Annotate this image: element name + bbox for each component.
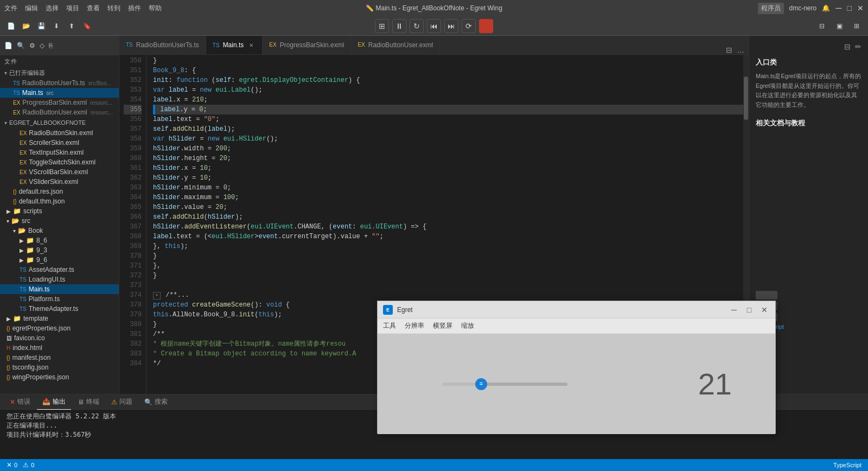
tree-item-6[interactable]: {}default.res.json [0,187,119,196]
search-icon: 🔍 [144,398,152,406]
menu-goto[interactable]: 转到 [107,4,120,13]
statusbar-language[interactable]: TypeScript [833,462,861,468]
titlebar-menus: 文件 编辑 选择 项目 查看 转到 插件 帮助 [4,4,162,13]
tab-progressbarskin[interactable]: EX ProgressBarSkin.exml [263,36,351,54]
open-file-item-3[interactable]: EX ProgressBarSkin.exml resourc... [0,98,119,107]
tree-item-5[interactable]: EXVSliderSkin.exml [0,177,119,187]
close-btn[interactable]: ✕ [857,4,864,12]
tree-96[interactable]: ▶📁9_6 [0,255,119,265]
code-line: } [153,271,743,281]
save-all-btn[interactable]: 💾 [35,20,48,33]
bottom-tab-terminal[interactable]: 🖥 终端 [72,394,105,410]
grid-btn[interactable]: ⊞ [375,19,389,33]
tab-maints-close[interactable]: ✕ [247,41,256,49]
tree-tsconfig[interactable]: {}tsconfig.json [0,362,119,372]
tree-wingprops[interactable]: {}wingProperties.json [0,372,119,382]
tree-src[interactable]: ▾📂src [0,216,119,226]
egret-popup-titlebar: E Egret ─ □ ✕ [378,301,775,319]
menu-select[interactable]: 选择 [46,4,59,13]
menu-view[interactable]: 查看 [87,4,100,13]
sidebar-diamond-icon[interactable]: ◇ [40,42,44,49]
tree-item-0[interactable]: EXRadioButtonSkin.exml [0,128,119,138]
open-file-item-1[interactable]: TS RadioButtonUserTs.ts src/Boo... [0,78,119,88]
menu-help[interactable]: 帮助 [149,4,162,13]
statusbar-errors[interactable]: ✕ 0 ⚠ 0 [7,461,34,469]
menu-project[interactable]: 项目 [66,4,79,13]
tab-radiobuttonuserets[interactable]: TS RadioButtonUserTs.ts [119,36,206,54]
bottom-tab-errors[interactable]: ✕ 错误 [4,394,36,410]
tree-themeadapter[interactable]: TSThemeAdapter.ts [0,304,119,314]
stop-btn[interactable]: ■ [479,19,493,33]
tree-item-3[interactable]: EXToggleSwitchSkin.exml [0,157,119,167]
right-panel-item1[interactable] [756,291,777,300]
egret-menu-resolution[interactable]: 分辨率 [405,321,424,330]
tree-item-4[interactable]: EXVScrollBarSkin.exml [0,167,119,177]
layout-side-btn[interactable]: ▣ [832,19,846,33]
open-editors-label: 已打开编辑器 [9,69,45,77]
project-section-label: EGRET_ALLBOOKOFNOTE [9,119,86,126]
tree-item-1[interactable]: EXScrollerSkin.exml [0,138,119,148]
user-role[interactable]: 程序员 [758,3,784,14]
scrollbar-thumb[interactable] [744,77,748,120]
tab-action-overflow[interactable]: … [737,46,744,54]
layout-split-btn[interactable]: ⊟ [815,19,829,33]
egret-minimize-btn[interactable]: ─ [729,304,739,315]
tree-86[interactable]: ▶📁8_6 [0,236,119,245]
new-file-btn[interactable]: 📄 [4,20,17,33]
sidebar-settings-icon[interactable]: ⚙ [29,42,35,49]
bottom-tab-output[interactable]: 📤 输出 [37,394,71,410]
tree-assetadapter[interactable]: TSAssetAdapter.ts [0,265,119,275]
sidebar-copy-icon[interactable]: ⎘ [49,42,53,49]
tree-item-7[interactable]: {}default.thm.json [0,196,119,206]
tree-favicon[interactable]: 🖼favicon.ico [0,333,119,343]
egret-menu-orientation[interactable]: 横竖屏 [433,321,452,330]
bottom-tab-search[interactable]: 🔍 搜索 [139,394,173,410]
tab-maints[interactable]: TS Main.ts ✕ [206,36,263,54]
bottom-tab-problems[interactable]: ⚠ 问题 [106,394,138,410]
minimize-btn[interactable]: ─ [835,3,841,13]
menu-plugin[interactable]: 插件 [128,4,141,13]
prev-btn[interactable]: ⏮ [427,19,441,33]
statusbar: ✕ 0 ⚠ 0 TypeScript [0,459,868,471]
open-file-item-2[interactable]: TS Main.ts src [0,88,119,98]
reload-btn[interactable]: ⟳ [462,19,476,33]
maximize-btn[interactable]: □ [847,4,852,12]
right-panel-icon1[interactable]: ⊟ [844,42,851,51]
egret-maximize-btn[interactable]: □ [744,304,755,315]
sidebar-search-icon[interactable]: 🔍 [17,42,25,49]
menu-edit[interactable]: 编辑 [25,4,38,13]
right-panel-icon2[interactable]: ✏ [855,42,861,51]
egret-popup-logo: E [383,305,393,315]
open-btn[interactable]: 📂 [20,20,33,33]
pause-btn[interactable]: ⏸ [392,19,406,33]
tree-loadingui[interactable]: TSLoadingUI.ts [0,275,119,284]
tree-book[interactable]: ▾📂Book [0,226,119,236]
next-btn[interactable]: ⏭ [444,19,458,33]
egret-menu-tools[interactable]: 工具 [383,321,396,330]
tab-radiobuttonuser[interactable]: EX RadioButtonUser.exml [351,36,440,54]
tab-action-split[interactable]: ⊟ [726,46,732,54]
layout-full-btn[interactable]: ⊞ [850,19,864,33]
tree-item-2[interactable]: EXTextInputSkin.exml [0,148,119,157]
refresh-btn[interactable]: ↻ [410,19,424,33]
notification-icon[interactable]: 🔔 [822,4,830,12]
sidebar-new-file-icon[interactable]: 📄 [4,42,12,49]
egret-close-btn[interactable]: ✕ [759,304,770,315]
slider-thumb[interactable]: = [475,378,487,390]
tree-scripts[interactable]: ▶📁scripts [0,206,119,216]
egret-menu-zoom[interactable]: 缩放 [461,321,474,330]
download-btn[interactable]: ⬇ [50,20,63,33]
menu-file[interactable]: 文件 [4,4,17,13]
tree-template[interactable]: ▶📁template [0,314,119,323]
upload-btn[interactable]: ⬆ [65,20,78,33]
tree-93[interactable]: ▶📁9_3 [0,245,119,255]
bookmark-btn[interactable]: 🔖 [80,20,93,33]
tree-egretprops[interactable]: {}egretProperties.json [0,323,119,333]
tree-manifest[interactable]: {}manifest.json [0,353,119,362]
code-line: hSlider.value = 20; [153,202,743,212]
tree-platform[interactable]: TSPlatform.ts [0,294,119,304]
tree-indexhtml[interactable]: Hindex.html [0,343,119,353]
slider-track[interactable]: = [443,383,567,386]
tree-maints[interactable]: TSMain.ts [0,284,119,294]
open-file-item-4[interactable]: EX RadioButtonUser.exml resourc... [0,107,119,117]
